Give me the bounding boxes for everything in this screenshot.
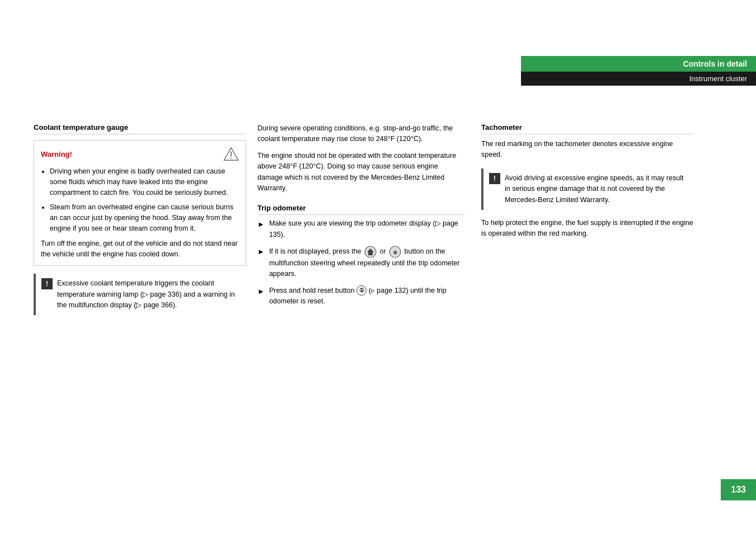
- page: Controls in detail Instrument cluster Co…: [0, 0, 756, 534]
- tachometer-footer-text: To help protect the engine, the fuel sup…: [481, 218, 694, 240]
- category-header: Controls in detail: [521, 56, 756, 72]
- bullet-arrow-1: ►: [257, 219, 265, 230]
- notice-text: Excessive coolant temperature triggers t…: [57, 278, 241, 311]
- trip-bullet-2-content: If it is not displayed, press the or ★ b…: [269, 246, 464, 280]
- warning-title: Warning!: [41, 150, 72, 158]
- trip-bullet-2-or: or: [380, 247, 388, 255]
- warning-bullet-2-text: Steam from an overheated engine can caus…: [50, 203, 233, 232]
- warning-bullets-list: Driving when your engine is badly overhe…: [41, 166, 239, 234]
- middle-column: During severe operating conditions, e.g.…: [257, 123, 464, 313]
- tachometer-notice-text: Avoid driving at excessive engine speeds…: [505, 173, 688, 205]
- tachometer-notice-icon: !: [489, 173, 500, 184]
- star-button-icon: ★: [389, 246, 401, 258]
- svg-point-2: [231, 157, 232, 158]
- house-button-icon: [364, 246, 377, 258]
- warning-bullet-1-text: Driving when your engine is badly overhe…: [50, 167, 228, 196]
- trip-bullet-3-content: Press and hold reset button ① (▹ page 13…: [269, 285, 464, 307]
- left-column: Coolant temperature gauge Warning! Drivi…: [34, 123, 246, 315]
- trip-bullet-1: ► Make sure you are viewing the trip odo…: [257, 218, 464, 240]
- bullet-arrow-3: ►: [257, 286, 265, 297]
- coolant-title-text: Coolant temperature gauge: [34, 123, 128, 132]
- warning-triangle-icon: [223, 146, 239, 162]
- warning-bullet-1: Driving when your engine is badly overhe…: [50, 166, 239, 198]
- warning-header: Warning!: [41, 146, 239, 162]
- notice-icon-text: !: [46, 280, 48, 288]
- tachometer-notice-icon-text: !: [494, 175, 496, 182]
- warning-footer-text: Turn off the engine, get out of the vehi…: [41, 238, 239, 260]
- page-number: 133: [731, 485, 746, 494]
- tachometer-section: Tachometer The red marking on the tachom…: [481, 123, 694, 240]
- notice-icon: !: [41, 278, 53, 289]
- subcategory-label: Instrument cluster: [689, 74, 747, 83]
- middle-body-text: The engine should not be operated with t…: [257, 151, 464, 194]
- middle-intro-text: During severe operating conditions, e.g.…: [257, 123, 464, 145]
- trip-bullet-3: ► Press and hold reset button ① (▹ page …: [257, 285, 464, 307]
- trip-title-text: Trip odometer: [257, 204, 306, 212]
- trip-bullet-3-text-start: Press and hold reset button: [269, 287, 356, 294]
- subcategory-header: Instrument cluster: [521, 72, 756, 86]
- warning-box: Warning! Driving when your engine is bad…: [34, 140, 246, 266]
- coolant-section-title: Coolant temperature gauge: [34, 123, 246, 134]
- tachometer-body-text: The red marking on the tachometer denote…: [481, 139, 694, 161]
- coolant-notice-box: ! Excessive coolant temperature triggers…: [34, 274, 246, 315]
- right-column: Tachometer The red marking on the tachom…: [481, 123, 694, 245]
- trip-bullet-1-text: Make sure you are viewing the trip odome…: [269, 218, 464, 240]
- tachometer-title-text: Tachometer: [481, 123, 522, 132]
- trip-odometer-title: Trip odometer: [257, 204, 464, 215]
- category-label: Controls in detail: [683, 59, 747, 68]
- tachometer-title: Tachometer: [481, 123, 694, 134]
- page-number-tab: 133: [721, 479, 756, 500]
- trip-bullet-2-text-start: If it is not displayed, press the: [269, 247, 361, 255]
- header-band: Controls in detail Instrument cluster: [521, 56, 756, 86]
- warning-bullet-2: Steam from an overheated engine can caus…: [50, 202, 239, 233]
- bullet-arrow-2: ►: [257, 246, 265, 257]
- tachometer-notice-box: ! Avoid driving at excessive engine spee…: [481, 168, 694, 210]
- trip-bullet-2: ► If it is not displayed, press the or ★: [257, 246, 464, 280]
- svg-text:★: ★: [392, 249, 398, 256]
- reset-button-icon: ①: [356, 285, 367, 296]
- trip-odometer-section: Trip odometer ► Make sure you are viewin…: [257, 204, 464, 307]
